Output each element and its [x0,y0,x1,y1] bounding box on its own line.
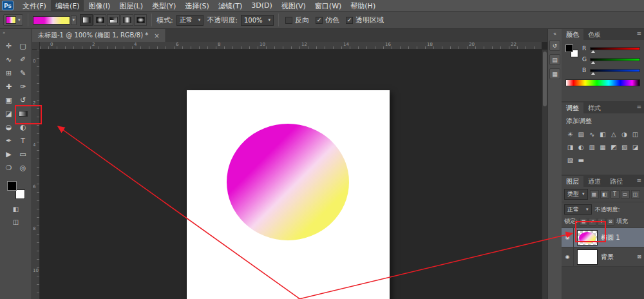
panel-menu-icon[interactable]: ≡ [634,176,644,187]
vibrance-icon[interactable]: △ [608,130,619,139]
photo-filter-icon[interactable]: ◐ [576,142,587,152]
levels-icon[interactable]: ▤ [576,130,587,139]
gradient-map-icon[interactable]: ▬ [576,155,587,165]
mode-select[interactable]: 正常 ▾ [176,15,204,26]
quick-selection-tool[interactable]: ✐ [16,53,30,66]
threshold-icon[interactable]: ◪ [630,142,641,152]
tab-paths[interactable]: 路径 [605,176,627,187]
document-canvas[interactable] [187,90,390,299]
menu-item[interactable]: 选择(S) [180,0,214,11]
screen-mode-button[interactable]: ◫ [13,218,19,226]
expand-panels-button[interactable]: « [553,31,556,37]
filter-adjustment-layers-icon[interactable]: ◧ [600,190,609,198]
menu-item[interactable]: 帮助(H) [346,0,380,11]
foreground-background-swatches[interactable] [7,181,25,199]
quick-mask-button[interactable]: ◧ [13,206,19,213]
tab-color[interactable]: 颜色 [562,29,583,40]
foreground-color-swatch[interactable] [565,44,573,52]
tab-layers[interactable]: 图层 [562,176,583,187]
channel-slider-thumb[interactable] [591,50,595,53]
clone-stamp-tool[interactable]: ▣ [2,93,16,107]
blur-tool[interactable]: ◒ [2,121,16,134]
eraser-tool[interactable]: ◪ [2,107,16,121]
info-panel-icon[interactable]: ▦ [549,68,560,79]
history-panel-icon[interactable]: ↺ [549,40,560,51]
color-balance-icon[interactable]: ◫ [630,130,641,139]
history-brush-tool[interactable]: ↺ [16,93,30,107]
filter-smart-object-icon[interactable]: ◫ [631,190,640,198]
opacity-select[interactable]: 100% ▾ [241,15,274,26]
dither-checkbox[interactable]: ✓仿色 [316,15,339,25]
tab-swatches[interactable]: 色板 [583,29,605,40]
properties-panel-icon[interactable]: ▤ [549,54,560,65]
move-tool[interactable]: ✛ [2,39,16,53]
diamond-gradient-button[interactable] [134,14,147,26]
filter-pixel-layers-icon[interactable]: ▦ [590,190,599,198]
shape-tool[interactable]: ▭ [16,148,30,161]
pen-tool[interactable]: ✒ [2,134,16,148]
filter-type-layers-icon[interactable]: T [611,190,620,198]
canvas-area[interactable]: 0246810121416182022 0246810 [32,42,547,299]
vertical-scrollbar[interactable] [542,50,547,299]
scrollbar-thumb[interactable] [543,52,547,106]
menu-item[interactable]: 视图(V) [277,0,310,11]
tab-styles[interactable]: 样式 [583,102,605,113]
layer-visibility-toggle[interactable]: ◉ [562,247,574,266]
transparency-checkbox[interactable]: ✓透明区域 [346,15,384,25]
path-selection-tool[interactable]: ▶ [2,148,16,161]
brightness-contrast-icon[interactable]: ☀ [565,130,576,139]
channel-slider-thumb[interactable] [591,61,595,64]
toolbar-collapse-button[interactable]: » [0,29,32,37]
color-fg-bg-swatches[interactable] [565,44,578,57]
tool-preset-picker[interactable]: ▾ [3,14,23,26]
color-spectrum-ramp[interactable] [565,79,640,86]
tab-channels[interactable]: 通道 [583,176,605,187]
hue-saturation-icon[interactable]: ◑ [619,130,630,139]
close-icon[interactable]: × [154,32,159,39]
channel-slider[interactable] [590,69,640,72]
menu-item[interactable]: 图像(I) [84,0,115,11]
menu-item[interactable]: 滤镜(T) [214,0,247,11]
foreground-color-swatch[interactable] [7,181,17,191]
menu-item[interactable]: 编辑(E) [51,0,84,11]
exposure-icon[interactable]: ◧ [598,130,609,139]
black-white-icon[interactable]: ◨ [565,142,576,152]
dodge-tool[interactable]: ◐ [16,121,30,134]
menu-item[interactable]: 文件(F) [18,0,51,11]
menu-item[interactable]: 类型(Y) [147,0,180,11]
channel-slider[interactable] [590,58,640,61]
layer-visibility-toggle[interactable]: ◉ [562,228,574,247]
zoom-tool[interactable]: ◎ [16,161,30,175]
healing-brush-tool[interactable]: ✚ [2,80,16,93]
gradient-picker-button[interactable]: ▾ [71,15,77,25]
color-lookup-icon[interactable]: ▦ [598,142,609,152]
filter-shape-layers-icon[interactable]: ▭ [621,190,630,198]
tab-adjustments[interactable]: 调整 [562,102,583,113]
type-tool[interactable]: T [16,134,30,148]
layer-thumbnail[interactable] [577,230,598,246]
layer-row[interactable]: ◉椭圆 1 [562,228,644,247]
lock-all-icon[interactable]: ⊠ [607,218,614,226]
layer-thumbnail[interactable] [577,249,598,265]
channel-mixer-icon[interactable]: ▥ [587,142,598,152]
background-color-swatch[interactable] [15,189,25,199]
reverse-checkbox-box[interactable] [285,17,292,24]
panel-menu-icon[interactable]: ≡ [634,102,644,113]
reflected-gradient-button[interactable] [120,14,133,26]
marquee-tool[interactable]: ▢ [16,39,30,53]
blend-mode-select[interactable]: 正常 ▾ [564,204,592,215]
angle-gradient-button[interactable] [107,14,120,26]
dither-checkbox-box[interactable]: ✓ [316,17,323,24]
transparency-checkbox-box[interactable]: ✓ [346,17,353,24]
gradient-tool[interactable] [16,107,30,121]
document-tab[interactable]: 未标题-1 @ 100% (椭圆 1, RGB/8) * × [32,29,166,42]
channel-slider-thumb[interactable] [591,72,595,75]
panel-menu-icon[interactable]: ≡ [634,29,644,40]
lasso-tool[interactable]: ∿ [2,53,16,66]
curves-icon[interactable]: ∿ [587,130,598,139]
lock-image-pixels-icon[interactable]: ✐ [589,218,596,226]
gradient-preview[interactable] [33,16,70,24]
invert-icon[interactable]: ◩ [608,142,619,152]
brush-tool[interactable]: ✑ [16,80,30,93]
menu-item[interactable]: 图层(L) [115,0,147,11]
